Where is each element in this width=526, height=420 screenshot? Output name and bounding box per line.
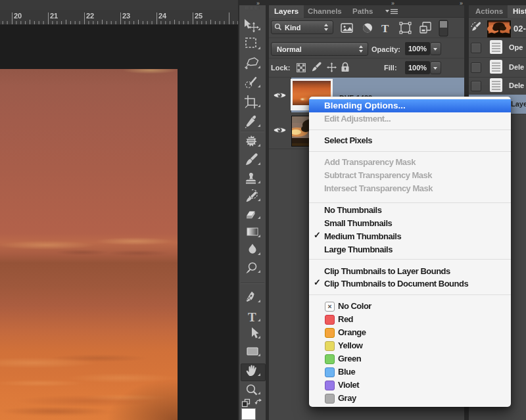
svg-text:T: T [248,310,256,324]
svg-text:T: T [381,22,389,35]
